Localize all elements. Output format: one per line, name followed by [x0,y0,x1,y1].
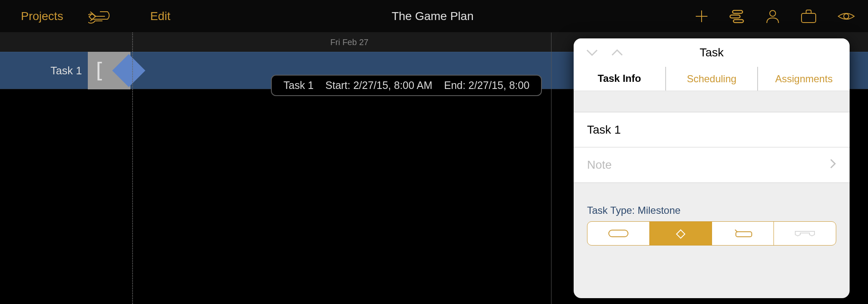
edit-button[interactable]: Edit [150,10,170,23]
svg-rect-4 [733,20,743,23]
task-row-label: Task 1 [0,52,88,89]
svg-rect-6 [802,13,816,23]
page-title: The Game Plan [170,10,695,23]
vertical-divider [551,33,551,304]
bracket-icon: [ [93,58,105,83]
type-milestone-icon[interactable] [650,222,712,245]
chevron-up-icon[interactable] [610,48,624,57]
task-type-label: Task Type: Milestone [587,205,836,216]
eye-icon[interactable] [837,10,855,22]
type-hammock-icon[interactable] [712,222,774,245]
task-name-field[interactable]: Task 1 [574,112,850,147]
type-group-icon[interactable] [774,222,836,245]
projects-button[interactable]: Projects [21,10,63,23]
type-task-icon[interactable] [587,222,650,245]
task-name-value: Task 1 [587,123,836,137]
tab-scheduling[interactable]: Scheduling [666,67,758,91]
tooltip-task-name: Task 1 [283,79,314,91]
briefcase-icon[interactable] [800,9,817,23]
note-field[interactable]: Note [574,147,850,182]
chevron-down-icon[interactable] [585,48,599,57]
popover-tabs: Task Info Scheduling Assignments [574,67,850,91]
chevron-right-icon [830,158,836,172]
milestone-marker[interactable]: [ [88,52,130,89]
task-type-section: Task Type: Milestone [574,205,850,246]
svg-point-5 [770,10,776,16]
task-type-segmented [587,221,836,246]
svg-rect-10 [736,232,752,237]
diamond-icon [112,54,145,87]
timeline-date: Fri Feb 27 [330,38,368,47]
add-icon[interactable] [695,10,708,23]
popover-header: Task [574,38,850,67]
svg-point-7 [844,14,849,19]
svg-rect-9 [677,230,685,238]
task-popover: Task Task Info Scheduling Assignments Ta… [574,38,850,298]
note-placeholder: Note [587,158,830,172]
task-inspector-icon[interactable] [728,9,745,23]
svg-rect-3 [730,15,740,18]
tooltip-start: Start: 2/27/15, 8:00 AM [325,79,432,91]
now-line [132,33,133,304]
person-icon[interactable] [765,9,780,24]
svg-rect-8 [609,230,628,237]
tab-task-info[interactable]: Task Info [574,67,666,91]
task-tooltip: Task 1 Start: 2/27/15, 8:00 AM End: 2/27… [271,75,542,96]
task-form: Task 1 Note [574,112,850,183]
tooltip-end: End: 2/27/15, 8:00 [444,79,529,91]
tab-assignments[interactable]: Assignments [758,67,850,91]
back-icon[interactable] [88,8,112,24]
svg-rect-2 [733,10,743,13]
toolbar: Projects Edit The Game Plan [0,0,868,33]
